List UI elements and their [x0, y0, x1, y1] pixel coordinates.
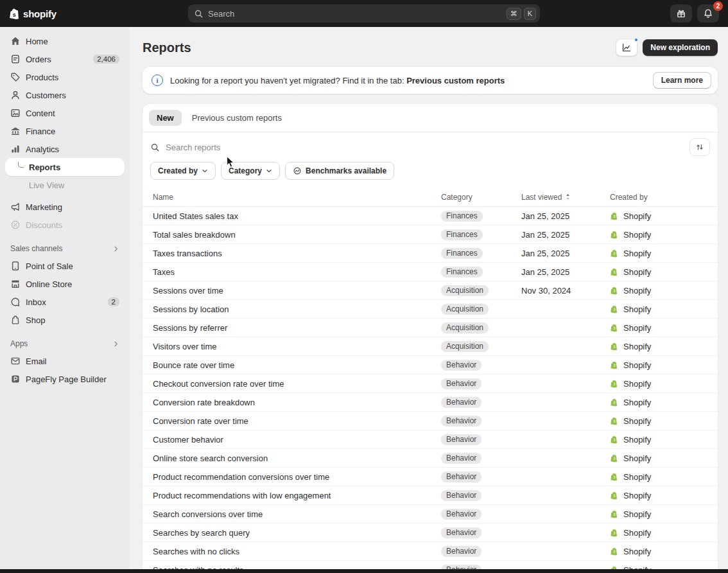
sidebar-item-products[interactable]: Products	[5, 68, 125, 86]
store-icon	[10, 279, 21, 289]
last-viewed: Jan 25, 2025	[521, 230, 610, 240]
orders-icon	[10, 54, 21, 64]
sidebar-item-reports[interactable]: Reports	[5, 158, 125, 176]
tab-previous-custom-reports[interactable]: Previous custom reports	[184, 110, 290, 126]
apps-header[interactable]: Apps	[5, 329, 125, 352]
table-row[interactable]: Conversion rate over timeBehaviorShopify	[143, 412, 718, 430]
table-row[interactable]: Customer behaviorBehaviorShopify	[143, 430, 718, 449]
sidebar-item-label: Content	[26, 109, 55, 118]
sidebar-item-point-of-sale[interactable]: Point of Sale	[5, 257, 125, 275]
sales-channels-header[interactable]: Sales channels	[5, 234, 125, 257]
learn-more-button[interactable]: Learn more	[653, 72, 711, 89]
shopify-badge-icon	[610, 286, 620, 295]
report-name: Bounce rate over time	[153, 360, 441, 370]
reports-card: NewPrevious custom reports Created byCat…	[143, 104, 718, 569]
sort-button[interactable]	[689, 138, 710, 156]
sidebar-item-live-view[interactable]: Live View	[5, 176, 125, 194]
table-row[interactable]: Checkout conversion rate over timeBehavi…	[143, 375, 718, 393]
filter-label: Category	[229, 166, 262, 175]
sort-icon	[695, 143, 704, 152]
section-label: Apps	[10, 339, 28, 348]
category-cell: Behavior	[441, 509, 521, 520]
column-header-name: Name	[153, 193, 441, 202]
new-exploration-button[interactable]: New exploration	[643, 39, 718, 56]
shopify-badge-icon	[610, 360, 620, 370]
report-name: Taxes transactions	[153, 249, 441, 258]
global-search-button[interactable]: Search ⌘ K	[188, 4, 540, 22]
filter-created-by[interactable]: Created by	[150, 162, 216, 180]
table-row[interactable]: Searches with no resultsBehaviorShopify	[143, 561, 718, 569]
notifications-button[interactable]: 2	[697, 4, 719, 22]
sidebar-main-nav: HomeOrders2,406ProductsCustomersContentF…	[5, 32, 125, 234]
table-row[interactable]: Searches with no clicksBehaviorShopify	[143, 542, 718, 561]
last-viewed: Nov 30, 2024	[521, 286, 610, 295]
brand-name: shopify	[23, 8, 56, 19]
category-cell: Acquisition	[441, 341, 521, 352]
explorations-button[interactable]	[616, 39, 637, 57]
pagefly-icon	[10, 374, 21, 384]
sidebar-item-label: Shop	[26, 315, 45, 325]
table-row[interactable]: United States sales taxFinancesJan 25, 2…	[143, 207, 718, 225]
sidebar-item-inbox[interactable]: Inbox2	[5, 293, 125, 311]
shopify-logo-icon: s	[9, 8, 20, 20]
table-row[interactable]: Sessions by referrerAcquisitionShopify	[143, 319, 718, 337]
global-search-placeholder: Search	[208, 9, 234, 19]
table-row[interactable]: Product recommendation conversions over …	[143, 468, 718, 486]
content-icon	[10, 108, 21, 118]
topbar: s shopify Search ⌘ K 2	[0, 0, 728, 27]
table-row[interactable]: Online store search conversionBehaviorSh…	[143, 449, 718, 468]
report-name: Checkout conversion rate over time	[153, 379, 441, 389]
category-cell: Behavior	[441, 434, 521, 445]
sidebar-item-email[interactable]: Email	[5, 352, 125, 370]
report-name: Searches with no clicks	[153, 547, 441, 556]
sidebar-item-finance[interactable]: Finance	[5, 122, 125, 140]
chart-exploration-icon	[621, 42, 632, 53]
filter-benchmarks-available[interactable]: Benchmarks available	[285, 162, 394, 180]
table-row[interactable]: Searches by search queryBehaviorShopify	[143, 524, 718, 542]
table-row[interactable]: Visitors over timeAcquisitionShopify	[143, 337, 718, 356]
table-row[interactable]: Sessions over timeAcquisitionNov 30, 202…	[143, 281, 718, 300]
report-name: Product recommendations with low engagem…	[153, 491, 441, 500]
table-row[interactable]: Total sales breakdownFinancesJan 25, 202…	[143, 225, 718, 244]
table-row[interactable]: Taxes transactionsFinancesJan 25, 2025Sh…	[143, 244, 718, 263]
promotions-button[interactable]	[670, 4, 692, 22]
sidebar-item-label: Discounts	[26, 220, 62, 230]
filter-category[interactable]: Category	[221, 162, 280, 180]
sidebar-item-shop[interactable]: Shop	[5, 311, 125, 329]
table-row[interactable]: Bounce rate over timeBehaviorShopify	[143, 356, 718, 375]
created-by-label: Shopify	[623, 547, 651, 556]
shopify-logo[interactable]: s shopify	[9, 8, 56, 20]
shopify-badge-icon	[610, 565, 620, 570]
sidebar-item-online-store[interactable]: Online Store	[5, 275, 125, 293]
reports-search-input[interactable]	[166, 143, 684, 152]
table-row[interactable]: TaxesFinancesJan 25, 2025Shopify	[143, 263, 718, 281]
sidebar-item-home[interactable]: Home	[5, 32, 125, 50]
sidebar-item-pagefly-page-builder[interactable]: PageFly Page Builder	[5, 370, 125, 388]
created-by-cell: Shopify	[610, 416, 707, 426]
category-badge: Finances	[441, 229, 483, 240]
last-viewed: Jan 25, 2025	[521, 249, 610, 258]
products-icon	[10, 72, 21, 82]
column-header-last-viewed[interactable]: Last viewed	[521, 193, 610, 202]
sidebar-item-discounts[interactable]: Discounts	[5, 216, 125, 234]
page-title: Reports	[143, 40, 191, 55]
sidebar-item-analytics[interactable]: Analytics	[5, 140, 125, 158]
sidebar-item-marketing[interactable]: Marketing	[5, 198, 125, 216]
created-by-cell: Shopify	[610, 323, 707, 333]
created-by-label: Shopify	[623, 565, 651, 570]
created-by-cell: Shopify	[610, 211, 707, 221]
last-viewed: Jan 25, 2025	[521, 267, 610, 277]
sidebar-item-orders[interactable]: Orders2,406	[5, 50, 125, 68]
table-row[interactable]: Product recommendations with low engagem…	[143, 486, 718, 505]
sidebar-item-content[interactable]: Content	[5, 104, 125, 122]
report-name: Sessions by referrer	[153, 323, 441, 333]
table-row[interactable]: Conversion rate breakdownBehaviorShopify	[143, 393, 718, 412]
category-badge: Behavior	[441, 453, 481, 464]
tab-new[interactable]: New	[149, 110, 182, 126]
category-badge: Finances	[441, 211, 483, 222]
sidebar-item-customers[interactable]: Customers	[5, 86, 125, 104]
table-row[interactable]: Sessions by locationAcquisitionShopify	[143, 300, 718, 319]
chevron-down-icon	[266, 168, 272, 174]
table-row[interactable]: Search conversions over timeBehaviorShop…	[143, 505, 718, 524]
filters: Created byCategoryBenchmarks available	[143, 162, 718, 188]
